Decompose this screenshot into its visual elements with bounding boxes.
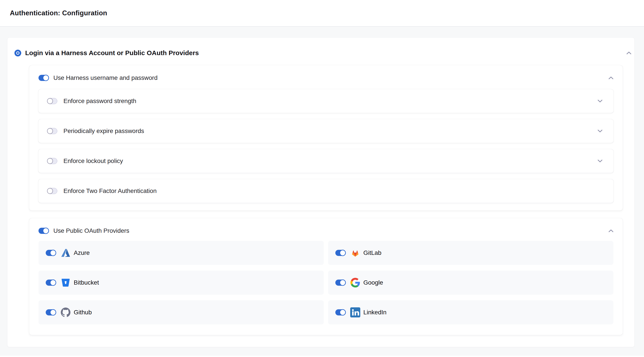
provider-row-gitlab: GitLab — [328, 241, 614, 265]
azure-icon — [60, 248, 71, 258]
bitbucket-icon — [60, 278, 71, 288]
chevron-down-icon[interactable] — [598, 160, 602, 162]
username-password-label: Use Harness username and password — [54, 74, 158, 82]
provider-row-google: Google — [328, 270, 614, 295]
chevron-up-icon[interactable] — [626, 52, 631, 54]
page-title: Authentication: Configuration — [10, 9, 107, 17]
provider-label: LinkedIn — [363, 309, 386, 316]
provider-label: Azure — [74, 250, 90, 256]
username-password-card: Use Harness username and password Enforc… — [29, 66, 622, 210]
policy-label: Enforce lockout policy — [64, 158, 123, 164]
provider-label: Github — [74, 309, 92, 316]
two-factor-toggle[interactable] — [47, 188, 57, 194]
radio-login-via-harness[interactable] — [14, 50, 21, 56]
chevron-down-icon[interactable] — [598, 100, 602, 102]
username-password-toggle[interactable] — [38, 75, 48, 81]
policy-row-password-strength: Enforce password strength — [38, 89, 614, 113]
provider-row-github: Github — [38, 300, 324, 324]
section-content: Use Harness username and password Enforc… — [29, 66, 622, 335]
chevron-up-icon[interactable] — [608, 229, 614, 232]
policy-row-two-factor: Enforce Two Factor Authentication — [38, 179, 614, 203]
github-icon — [60, 307, 71, 318]
gitlab-icon — [350, 248, 360, 258]
provider-label: GitLab — [363, 250, 382, 256]
section-header-login-via-harness: Login via a Harness Account or Public OA… — [14, 48, 631, 58]
linkedin-icon — [350, 307, 360, 318]
provider-label: Bitbucket — [74, 279, 99, 286]
chevron-up-icon[interactable] — [608, 76, 614, 80]
password-policy-list: Enforce password strength Periodically e… — [38, 89, 614, 203]
google-icon — [350, 278, 360, 288]
section-label: Login via a Harness Account or Public OA… — [25, 49, 199, 57]
chevron-down-icon[interactable] — [598, 130, 602, 132]
lockout-policy-toggle[interactable] — [47, 158, 57, 164]
linkedin-toggle[interactable] — [335, 309, 346, 316]
google-toggle[interactable] — [335, 280, 346, 286]
oauth-providers-toggle[interactable] — [38, 228, 48, 234]
provider-row-bitbucket: Bitbucket — [38, 270, 324, 295]
policy-label: Enforce Two Factor Authentication — [64, 188, 156, 194]
policy-row-lockout-policy: Enforce lockout policy — [38, 149, 614, 173]
oauth-providers-header: Use Public OAuth Providers — [38, 225, 614, 237]
azure-toggle[interactable] — [46, 250, 56, 256]
oauth-providers-card: Use Public OAuth Providers — [29, 218, 622, 335]
app-header: Authentication: Configuration — [0, 0, 644, 27]
policy-label: Enforce password strength — [64, 98, 136, 104]
auth-mechanism-card: Login via a Harness Account or Public OA… — [7, 38, 634, 347]
password-strength-toggle[interactable] — [47, 98, 57, 104]
gitlab-toggle[interactable] — [335, 250, 346, 256]
username-password-header: Use Harness username and password — [38, 72, 614, 84]
provider-grid: Azure — [38, 241, 614, 324]
expire-passwords-toggle[interactable] — [47, 128, 57, 134]
provider-row-azure: Azure — [38, 241, 324, 265]
github-toggle[interactable] — [46, 309, 56, 316]
oauth-providers-label: Use Public OAuth Providers — [54, 227, 129, 234]
policy-row-expire-passwords: Periodically expire passwords — [38, 119, 614, 143]
policy-label: Periodically expire passwords — [64, 128, 144, 134]
bitbucket-toggle[interactable] — [46, 280, 56, 286]
page-body: Login via a Harness Account or Public OA… — [0, 27, 644, 356]
provider-label: Google — [363, 279, 383, 286]
provider-row-linkedin: LinkedIn — [328, 300, 614, 324]
